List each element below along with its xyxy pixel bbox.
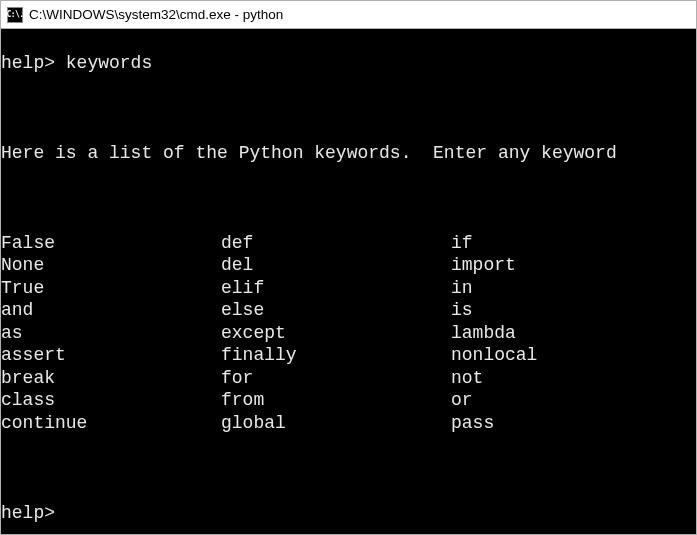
keyword-cell: else: [221, 299, 451, 322]
help-command: keywords: [66, 53, 152, 73]
table-row: Falsedefif: [1, 232, 537, 255]
keyword-cell: class: [1, 389, 221, 412]
window-title-bar: C:\. C:\WINDOWS\system32\cmd.exe - pytho…: [1, 1, 696, 29]
help-prompt-line: help> keywords: [1, 52, 696, 75]
window-title: C:\WINDOWS\system32\cmd.exe - python: [29, 7, 283, 22]
blank-line: [1, 187, 696, 210]
table-row: Trueelifin: [1, 277, 537, 300]
table-row: Nonedelimport: [1, 254, 537, 277]
table-row: classfromor: [1, 389, 537, 412]
keyword-cell: and: [1, 299, 221, 322]
keywords-table: Falsedefif Nonedelimport Trueelifin ande…: [1, 232, 537, 435]
keyword-cell: lambda: [451, 322, 537, 345]
table-row: andelseis: [1, 299, 537, 322]
keyword-cell: False: [1, 232, 221, 255]
keyword-cell: assert: [1, 344, 221, 367]
keyword-cell: finally: [221, 344, 451, 367]
keywords-intro: Here is a list of the Python keywords. E…: [1, 142, 696, 165]
keyword-cell: break: [1, 367, 221, 390]
keyword-cell: not: [451, 367, 537, 390]
keyword-cell: None: [1, 254, 221, 277]
table-row: breakfornot: [1, 367, 537, 390]
keyword-cell: import: [451, 254, 537, 277]
keyword-cell: in: [451, 277, 537, 300]
table-row: asexceptlambda: [1, 322, 537, 345]
keyword-cell: nonlocal: [451, 344, 537, 367]
table-row: continueglobalpass: [1, 412, 537, 435]
keyword-cell: or: [451, 389, 537, 412]
keyword-cell: for: [221, 367, 451, 390]
keyword-cell: global: [221, 412, 451, 435]
keyword-cell: is: [451, 299, 537, 322]
keyword-cell: True: [1, 277, 221, 300]
blank-line: [1, 457, 696, 480]
keyword-cell: as: [1, 322, 221, 345]
help-prompt: help>: [1, 53, 66, 73]
help-exit-prompt: help>: [1, 502, 696, 525]
keyword-cell: if: [451, 232, 537, 255]
keyword-cell: continue: [1, 412, 221, 435]
keyword-cell: from: [221, 389, 451, 412]
terminal-output[interactable]: help> keywords Here is a list of the Pyt…: [1, 29, 696, 534]
keyword-cell: except: [221, 322, 451, 345]
keyword-cell: pass: [451, 412, 537, 435]
cmd-icon: C:\.: [7, 7, 23, 23]
table-row: assertfinallynonlocal: [1, 344, 537, 367]
keyword-cell: elif: [221, 277, 451, 300]
blank-line: [1, 97, 696, 120]
keyword-cell: def: [221, 232, 451, 255]
keyword-cell: del: [221, 254, 451, 277]
